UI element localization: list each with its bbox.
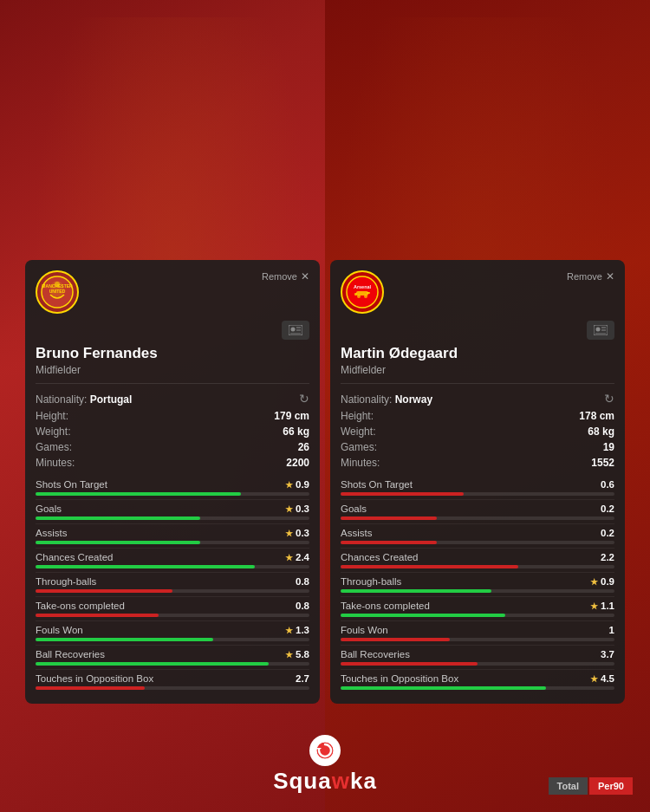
stat-bar-fill (36, 662, 269, 666)
stat-bar-track (341, 492, 614, 496)
stat-row: Touches in Opposition Box 2.7 (36, 670, 309, 693)
stat-bar-fill (36, 492, 241, 496)
card-header: Arsenal Remove ✕ (341, 270, 614, 314)
games-value: 19 (603, 441, 614, 453)
stat-header: Goals 0.2 (341, 503, 614, 514)
height-label: Height: (36, 410, 68, 422)
stat-bar-track (341, 516, 614, 520)
card-id-icon (587, 321, 614, 340)
stat-bar-fill (341, 686, 546, 690)
stat-row: Shots On Target ★ 0.9 (36, 476, 309, 500)
stat-bar-fill (36, 589, 172, 593)
nationality-label: Nationality: (36, 393, 90, 406)
stat-name: Shots On Target (36, 479, 107, 490)
stat-name: Chances Created (341, 552, 419, 562)
svg-point-6 (291, 328, 296, 332)
stat-name: Assists (341, 528, 372, 538)
stat-row: Ball Recoveries 3.7 (341, 646, 614, 670)
weight-value: 66 kg (283, 425, 309, 438)
minutes-value: 1552 (591, 457, 614, 469)
stat-row: Chances Created 2.2 (341, 549, 614, 573)
height-value: 178 cm (579, 410, 614, 422)
stat-name: Assists (36, 528, 67, 538)
star-icon: ★ (590, 577, 598, 587)
divider (36, 383, 309, 384)
stat-row: Take-ons completed 0.8 (36, 597, 309, 621)
stat-value: 0.6 (601, 479, 614, 490)
minutes-value: 2200 (286, 457, 309, 469)
card-header: MANCHESTER UNITED Remove ✕ (36, 270, 309, 314)
games-label: Games: (341, 441, 377, 453)
height-row: Height: 179 cm (36, 408, 309, 424)
stat-value: 3.7 (601, 649, 614, 659)
stat-value: ★ 0.3 (285, 528, 309, 538)
height-value: 179 cm (274, 410, 309, 422)
stat-header: Chances Created ★ 2.4 (36, 552, 309, 562)
stat-value: ★ 5.8 (285, 649, 309, 659)
star-icon: ★ (285, 529, 293, 538)
stat-name: Touches in Opposition Box (341, 673, 458, 684)
stat-bar-fill (341, 662, 478, 666)
player-name: Martin Ødegaard (341, 345, 614, 362)
stat-bar-fill (341, 565, 518, 568)
svg-rect-13 (354, 293, 357, 296)
stat-value: 0.2 (601, 503, 614, 514)
stat-section: Shots On Target 0.6 Goals 0.2 (341, 476, 614, 693)
stat-row: Through-balls 0.8 (36, 573, 309, 597)
stat-bar-track (36, 614, 309, 617)
card-icons-row (341, 321, 614, 340)
squawka-logo: Squawka (273, 735, 377, 795)
stat-row: Fouls Won 1 (341, 621, 614, 646)
stat-value: ★ 4.5 (590, 673, 614, 684)
refresh-icon[interactable]: ↻ (604, 392, 614, 406)
player-name: Bruno Fernandes (36, 345, 309, 362)
divider (341, 383, 614, 384)
club-logo: Arsenal (341, 270, 384, 314)
games-row: Games: 19 (341, 439, 614, 455)
nationality-row: Nationality: Norway ↻ (341, 389, 614, 408)
svg-rect-14 (367, 292, 370, 294)
stat-header: Assists 0.2 (341, 528, 614, 538)
stat-bar-track (341, 614, 614, 617)
player-position: Midfielder (36, 364, 309, 376)
stat-name: Through-balls (36, 576, 96, 587)
stat-header: Shots On Target ★ 0.9 (36, 479, 309, 490)
stat-value: ★ 1.1 (590, 601, 614, 611)
refresh-icon[interactable]: ↻ (299, 392, 309, 406)
toggle-buttons: Total Per90 (549, 777, 633, 795)
card-icons-row (36, 321, 309, 340)
card-id-icon (282, 321, 309, 340)
stat-name: Take-ons completed (36, 601, 125, 611)
nationality-value: Portugal (90, 393, 133, 406)
stat-bar-fill (36, 565, 255, 568)
remove-button[interactable]: Remove ✕ (262, 270, 309, 283)
stat-header: Chances Created 2.2 (341, 552, 614, 562)
stat-header: Take-ons completed 0.8 (36, 601, 309, 611)
weight-value: 68 kg (588, 425, 614, 438)
nationality-row: Nationality: Portugal ↻ (36, 389, 309, 408)
stat-value: ★ 0.3 (285, 503, 309, 514)
stat-bar-fill (341, 541, 437, 544)
stat-header: Fouls Won 1 (341, 625, 614, 635)
height-row: Height: 178 cm (341, 408, 614, 424)
stat-row: Assists 0.2 (341, 524, 614, 549)
stat-bar-track (341, 589, 614, 593)
svg-point-15 (357, 295, 361, 298)
close-icon: ✕ (301, 270, 309, 283)
svg-text:UNITED: UNITED (49, 289, 66, 294)
remove-label: Remove (262, 271, 297, 282)
stat-bar-fill (36, 541, 200, 544)
stat-bar-track (36, 638, 309, 641)
club-logo: MANCHESTER UNITED (36, 270, 79, 314)
stat-bar-track (341, 686, 614, 690)
svg-point-4 (55, 282, 60, 287)
weight-row: Weight: 68 kg (341, 424, 614, 439)
stat-header: Ball Recoveries 3.7 (341, 649, 614, 659)
toggle-total-button[interactable]: Total (549, 777, 588, 795)
toggle-per90-button[interactable]: Per90 (589, 777, 633, 795)
stat-name: Ball Recoveries (341, 649, 410, 659)
stat-header: Fouls Won ★ 1.3 (36, 625, 309, 635)
remove-button[interactable]: Remove ✕ (567, 270, 614, 283)
stat-bar-track (36, 541, 309, 544)
svg-text:Arsenal: Arsenal (354, 284, 372, 289)
